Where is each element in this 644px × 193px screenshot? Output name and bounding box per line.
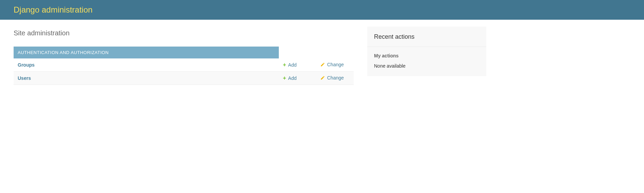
model-link-users[interactable]: Users [18, 75, 31, 81]
model-row-users: Users + Add [14, 72, 354, 85]
change-label: Change [327, 62, 344, 67]
recent-actions-heading: Recent actions [367, 27, 486, 47]
add-label: Add [288, 62, 296, 68]
change-link-users[interactable]: Change [320, 75, 344, 81]
model-row-groups: Groups + Add [14, 58, 354, 72]
my-actions-subheading: My actions [367, 47, 486, 61]
change-label: Change [327, 75, 344, 81]
site-name-link[interactable]: Django administration [14, 5, 92, 14]
add-label: Add [288, 75, 296, 81]
pencil-icon [320, 62, 325, 67]
page-title: Site administration [14, 29, 354, 37]
add-link-groups[interactable]: + Add [283, 62, 296, 68]
site-name: Django administration [14, 5, 630, 15]
app-module-auth: Authentication and Authorization Groups … [14, 47, 354, 85]
recent-actions-module: Recent actions My actions None available [367, 27, 486, 76]
add-link-users[interactable]: + Add [283, 75, 296, 81]
pencil-icon [320, 75, 325, 80]
content-sidebar: Recent actions My actions None available [367, 27, 486, 95]
change-link-groups[interactable]: Change [320, 62, 344, 67]
plus-icon: + [283, 75, 286, 81]
recent-actions-empty: None available [367, 61, 486, 76]
app-caption: Authentication and Authorization [14, 47, 279, 58]
model-link-groups[interactable]: Groups [18, 62, 35, 68]
branding-header: Django administration [0, 0, 644, 20]
content-main: Site administration Authentication and A… [14, 27, 354, 95]
plus-icon: + [283, 62, 286, 68]
app-caption-link[interactable]: Authentication and Authorization [18, 50, 109, 55]
